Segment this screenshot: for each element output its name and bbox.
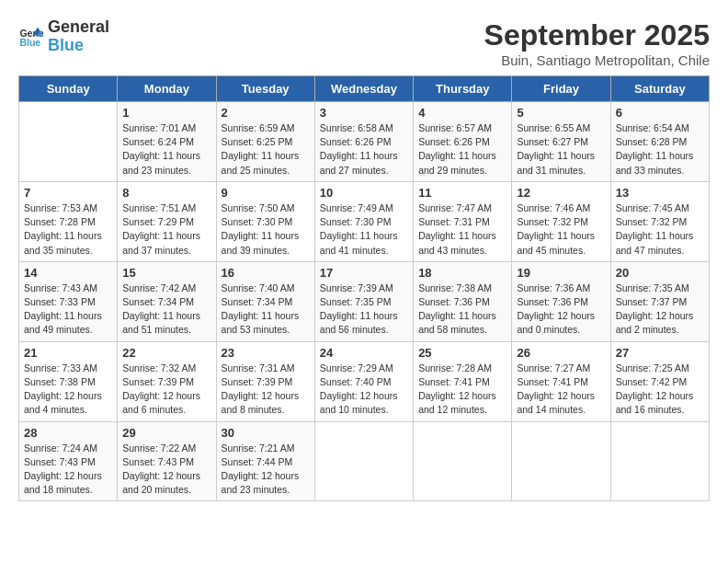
table-row: 4Sunrise: 6:57 AM Sunset: 6:26 PM Daylig… [414, 102, 512, 182]
table-row: 21Sunrise: 7:33 AM Sunset: 7:38 PM Dayli… [19, 341, 118, 421]
day-info: Sunrise: 7:51 AM Sunset: 7:29 PM Dayligh… [122, 201, 210, 258]
day-number: 21 [24, 346, 112, 360]
table-row: 10Sunrise: 7:49 AM Sunset: 7:30 PM Dayli… [314, 181, 413, 261]
month-title: September 2025 [484, 18, 710, 52]
logo: General Blue General Blue [18, 18, 109, 55]
day-info: Sunrise: 7:42 AM Sunset: 7:34 PM Dayligh… [122, 282, 210, 338]
day-info: Sunrise: 7:46 AM Sunset: 7:32 PM Dayligh… [517, 201, 605, 258]
calendar-week-row: 21Sunrise: 7:33 AM Sunset: 7:38 PM Dayli… [19, 341, 710, 421]
table-row: 28Sunrise: 7:24 AM Sunset: 7:43 PM Dayli… [19, 421, 118, 501]
day-info: Sunrise: 7:01 AM Sunset: 6:24 PM Dayligh… [122, 121, 210, 178]
table-row: 18Sunrise: 7:38 AM Sunset: 7:36 PM Dayli… [414, 261, 512, 341]
table-row: 8Sunrise: 7:51 AM Sunset: 7:29 PM Daylig… [118, 181, 216, 261]
day-number: 1 [122, 106, 210, 120]
table-row: 6Sunrise: 6:54 AM Sunset: 6:28 PM Daylig… [610, 102, 709, 182]
col-tuesday: Tuesday [216, 76, 314, 102]
col-thursday: Thursday [414, 76, 512, 102]
logo-blue-text: Blue [48, 37, 109, 55]
day-number: 30 [222, 426, 310, 440]
day-info: Sunrise: 7:25 AM Sunset: 7:42 PM Dayligh… [616, 362, 704, 418]
day-info: Sunrise: 7:33 AM Sunset: 7:38 PM Dayligh… [24, 362, 112, 418]
day-number: 3 [320, 106, 408, 120]
table-row [19, 102, 118, 182]
day-info: Sunrise: 7:40 AM Sunset: 7:34 PM Dayligh… [222, 282, 310, 338]
day-number: 2 [222, 106, 310, 120]
table-row: 26Sunrise: 7:27 AM Sunset: 7:41 PM Dayli… [512, 341, 610, 421]
day-number: 8 [122, 186, 210, 200]
day-number: 6 [616, 106, 704, 120]
col-sunday: Sunday [19, 76, 118, 102]
day-number: 28 [24, 426, 112, 440]
day-info: Sunrise: 7:53 AM Sunset: 7:28 PM Dayligh… [24, 201, 112, 258]
table-row [610, 421, 709, 501]
logo-general-text: General [48, 18, 109, 37]
day-info: Sunrise: 6:59 AM Sunset: 6:25 PM Dayligh… [222, 121, 310, 178]
day-info: Sunrise: 7:24 AM Sunset: 7:43 PM Dayligh… [24, 442, 112, 498]
day-number: 27 [616, 346, 704, 360]
day-info: Sunrise: 7:21 AM Sunset: 7:44 PM Dayligh… [222, 442, 310, 498]
day-number: 15 [122, 266, 210, 280]
day-number: 26 [517, 346, 605, 360]
day-number: 18 [418, 266, 506, 280]
table-row: 3Sunrise: 6:58 AM Sunset: 6:26 PM Daylig… [314, 102, 413, 182]
day-info: Sunrise: 7:43 AM Sunset: 7:33 PM Dayligh… [24, 282, 112, 338]
day-number: 16 [222, 266, 310, 280]
table-row: 27Sunrise: 7:25 AM Sunset: 7:42 PM Dayli… [610, 341, 709, 421]
table-row: 5Sunrise: 6:55 AM Sunset: 6:27 PM Daylig… [512, 102, 610, 182]
table-row: 25Sunrise: 7:28 AM Sunset: 7:41 PM Dayli… [414, 341, 512, 421]
table-row: 17Sunrise: 7:39 AM Sunset: 7:35 PM Dayli… [314, 261, 413, 341]
calendar-week-row: 14Sunrise: 7:43 AM Sunset: 7:33 PM Dayli… [19, 261, 710, 341]
day-info: Sunrise: 6:54 AM Sunset: 6:28 PM Dayligh… [616, 121, 704, 178]
day-info: Sunrise: 7:50 AM Sunset: 7:30 PM Dayligh… [222, 201, 310, 258]
day-number: 29 [122, 426, 210, 440]
col-wednesday: Wednesday [314, 76, 413, 102]
table-row: 20Sunrise: 7:35 AM Sunset: 7:37 PM Dayli… [610, 261, 709, 341]
day-number: 5 [517, 106, 605, 120]
table-row: 7Sunrise: 7:53 AM Sunset: 7:28 PM Daylig… [19, 181, 118, 261]
table-row: 29Sunrise: 7:22 AM Sunset: 7:43 PM Dayli… [118, 421, 216, 501]
day-info: Sunrise: 7:49 AM Sunset: 7:30 PM Dayligh… [320, 201, 408, 258]
day-info: Sunrise: 7:22 AM Sunset: 7:43 PM Dayligh… [122, 442, 210, 498]
col-friday: Friday [512, 76, 610, 102]
day-number: 24 [320, 346, 408, 360]
title-area: September 2025 Buin, Santiago Metropolit… [484, 18, 710, 68]
table-row: 1Sunrise: 7:01 AM Sunset: 6:24 PM Daylig… [118, 102, 216, 182]
table-row: 9Sunrise: 7:50 AM Sunset: 7:30 PM Daylig… [216, 181, 314, 261]
day-info: Sunrise: 6:58 AM Sunset: 6:26 PM Dayligh… [320, 121, 408, 178]
day-number: 25 [418, 346, 506, 360]
day-number: 7 [24, 186, 112, 200]
day-info: Sunrise: 7:47 AM Sunset: 7:31 PM Dayligh… [418, 201, 506, 258]
day-number: 11 [418, 186, 506, 200]
table-row: 16Sunrise: 7:40 AM Sunset: 7:34 PM Dayli… [216, 261, 314, 341]
calendar-table: Sunday Monday Tuesday Wednesday Thursday… [18, 75, 710, 501]
day-info: Sunrise: 7:36 AM Sunset: 7:36 PM Dayligh… [517, 282, 605, 338]
day-info: Sunrise: 7:35 AM Sunset: 7:37 PM Dayligh… [616, 282, 704, 338]
day-info: Sunrise: 7:45 AM Sunset: 7:32 PM Dayligh… [616, 201, 704, 258]
calendar-week-row: 7Sunrise: 7:53 AM Sunset: 7:28 PM Daylig… [19, 181, 710, 261]
table-row: 30Sunrise: 7:21 AM Sunset: 7:44 PM Dayli… [216, 421, 314, 501]
col-saturday: Saturday [610, 76, 709, 102]
day-number: 14 [24, 266, 112, 280]
page-header: General Blue General Blue September 2025… [18, 18, 710, 68]
table-row [414, 421, 512, 501]
location-title: Buin, Santiago Metropolitan, Chile [484, 52, 710, 68]
table-row [512, 421, 610, 501]
day-number: 17 [320, 266, 408, 280]
day-info: Sunrise: 7:29 AM Sunset: 7:40 PM Dayligh… [320, 362, 408, 418]
day-number: 19 [517, 266, 605, 280]
calendar-header-row: Sunday Monday Tuesday Wednesday Thursday… [19, 76, 710, 102]
logo-icon: General Blue [18, 24, 44, 50]
day-info: Sunrise: 6:55 AM Sunset: 6:27 PM Dayligh… [517, 121, 605, 178]
day-info: Sunrise: 7:39 AM Sunset: 7:35 PM Dayligh… [320, 282, 408, 338]
svg-text:Blue: Blue [19, 37, 40, 48]
table-row: 13Sunrise: 7:45 AM Sunset: 7:32 PM Dayli… [610, 181, 709, 261]
day-number: 9 [222, 186, 310, 200]
table-row: 19Sunrise: 7:36 AM Sunset: 7:36 PM Dayli… [512, 261, 610, 341]
day-info: Sunrise: 7:27 AM Sunset: 7:41 PM Dayligh… [517, 362, 605, 418]
table-row: 24Sunrise: 7:29 AM Sunset: 7:40 PM Dayli… [314, 341, 413, 421]
table-row: 12Sunrise: 7:46 AM Sunset: 7:32 PM Dayli… [512, 181, 610, 261]
calendar-week-row: 28Sunrise: 7:24 AM Sunset: 7:43 PM Dayli… [19, 421, 710, 501]
day-info: Sunrise: 7:31 AM Sunset: 7:39 PM Dayligh… [222, 362, 310, 418]
day-number: 13 [616, 186, 704, 200]
day-number: 20 [616, 266, 704, 280]
